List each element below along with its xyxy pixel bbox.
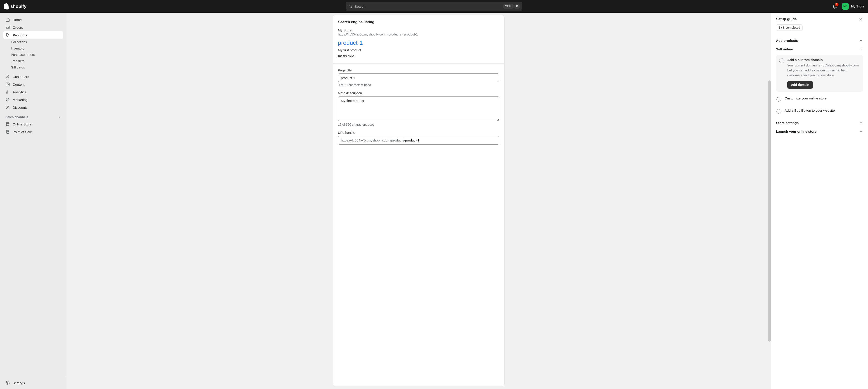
page-title-field: Page title 9 of 70 characters used [338,68,499,87]
nav-online-store-label: Online Store [13,122,31,126]
kbd-k: K [515,4,520,9]
section-sell-online[interactable]: Sell online [776,45,863,53]
svg-point-13 [7,383,8,384]
page-title-input[interactable] [338,73,499,82]
nav-marketing-label: Marketing [13,98,28,102]
section-add-products-label: Add products [776,39,798,42]
nav-marketing[interactable]: Marketing [3,96,63,103]
kbd-ctrl: CTRL [503,4,514,9]
nav-orders[interactable]: Orders [3,24,63,31]
brand-text: shopify [10,4,26,9]
nav-online-store[interactable]: Online Store [3,120,63,128]
home-icon [5,18,10,22]
nav-inventory[interactable]: Inventory [8,45,66,52]
add-domain-button[interactable]: Add domain [787,81,813,89]
svg-point-7 [6,98,9,101]
url-handle-label: URL handle [338,131,499,134]
store-menu[interactable]: MS My Store [842,3,864,10]
target-icon [5,97,10,102]
task-domain-title: Add a custom domain [787,58,860,62]
nav-discounts[interactable]: Discounts [3,103,63,111]
sel-section-title: Search engine listing [338,20,499,24]
person-icon [5,74,10,79]
svg-point-8 [7,99,8,100]
search-engine-listing-card: Search engine listing My Store https://4… [333,15,504,387]
nav-collections[interactable]: Collections [8,39,66,45]
nav-products[interactable]: Products [3,31,63,39]
topbar: shopify Search CTRL K 1 MS My Store [0,0,868,13]
svg-rect-5 [6,83,9,86]
section-add-products[interactable]: Add products [776,36,863,45]
nav-pos-label: Point of Sale [13,130,32,134]
nav-collections-label: Collections [11,40,27,44]
nav-home[interactable]: Home [3,16,63,24]
search-input[interactable]: Search CTRL K [346,2,522,11]
nav-content[interactable]: Content [3,80,63,88]
task-domain-desc: Your current domain is 4c554a-5c.myshopi… [787,63,860,78]
setup-progress-chip: 1 / 8 completed [776,24,803,31]
task-customize-label: Customize your online store [784,96,863,100]
nav-analytics[interactable]: Analytics [3,88,63,96]
shopify-bag-icon [4,3,9,9]
nav-transfers[interactable]: Transfers [8,58,66,64]
nav-settings-label: Settings [13,381,25,385]
sel-preview-store: My Store [338,28,499,32]
setup-guide-title: Setup guide [776,17,797,21]
nav-inventory-label: Inventory [11,46,24,50]
url-handle-input[interactable] [405,136,499,144]
bars-icon [5,90,10,94]
image-icon [5,82,10,87]
brand-logo[interactable]: shopify [4,3,26,9]
svg-rect-12 [7,131,8,132]
left-nav: Home Orders Products Collections Invento… [0,13,66,389]
url-handle-prefix: https://4c554a-5c.myshopify.com/products… [338,136,405,144]
section-launch-label: Launch your online store [776,130,816,133]
sel-preview-description: My first product [338,48,499,52]
nav-sales-channels-header[interactable]: Sales channels [0,111,66,120]
nav-point-of-sale[interactable]: Point of Sale [3,128,63,136]
url-handle-field: URL handle https://4c554a-5c.myshopify.c… [338,131,499,145]
url-handle-input-wrap[interactable]: https://4c554a-5c.myshopify.com/products… [338,136,499,145]
section-store-settings[interactable]: Store settings [776,119,863,127]
nav-customers[interactable]: Customers [3,73,63,80]
notifications-button[interactable]: 1 [831,3,838,10]
nav-sales-channels-label: Sales channels [5,115,28,119]
task-add-custom-domain[interactable]: Add a custom domain Your current domain … [776,55,863,92]
nav-settings[interactable]: Settings [3,379,63,387]
chevron-down-icon [859,129,863,133]
chevron-down-icon [859,38,863,42]
percent-icon [5,105,10,109]
nav-gift-cards[interactable]: Gift cards [8,64,66,70]
meta-description-helper: 17 of 320 characters used [338,123,499,126]
task-buy-button-label: Add a Buy Button to your website [784,108,863,112]
meta-description-input[interactable] [338,96,499,121]
nav-customers-label: Customers [13,75,29,79]
task-add-buy-button[interactable]: Add a Buy Button to your website [776,106,863,116]
close-setup-guide-button[interactable] [858,17,863,22]
task-status-circle [779,58,784,63]
nav-orders-label: Orders [13,26,23,29]
store-icon [5,122,10,126]
store-name-top: My Store [851,4,864,8]
gear-icon [5,381,10,385]
nav-analytics-label: Analytics [13,90,26,94]
task-customize-store[interactable]: Customize your online store [776,94,863,104]
avatar: MS [842,3,849,10]
pos-icon [5,130,10,134]
notification-badge: 1 [835,3,838,6]
sel-preview-title-link[interactable]: product-1 [338,39,499,46]
scrollbar-thumb[interactable] [768,80,771,342]
search-icon [348,4,352,8]
meta-description-field: Meta description 17 of 320 characters us… [338,91,499,126]
nav-discounts-label: Discounts [13,105,28,109]
inbox-icon [5,25,10,30]
kbd-hint: CTRL K [503,4,520,9]
svg-point-9 [6,106,7,107]
nav-content-label: Content [13,83,25,86]
task-status-circle [776,109,781,114]
nav-transfers-label: Transfers [11,59,25,63]
topbar-right: 1 MS My Store [831,3,864,10]
nav-purchase-orders[interactable]: Purchase orders [8,52,66,58]
page-title-helper: 9 of 70 characters used [338,83,499,87]
section-launch-store[interactable]: Launch your online store [776,127,863,136]
